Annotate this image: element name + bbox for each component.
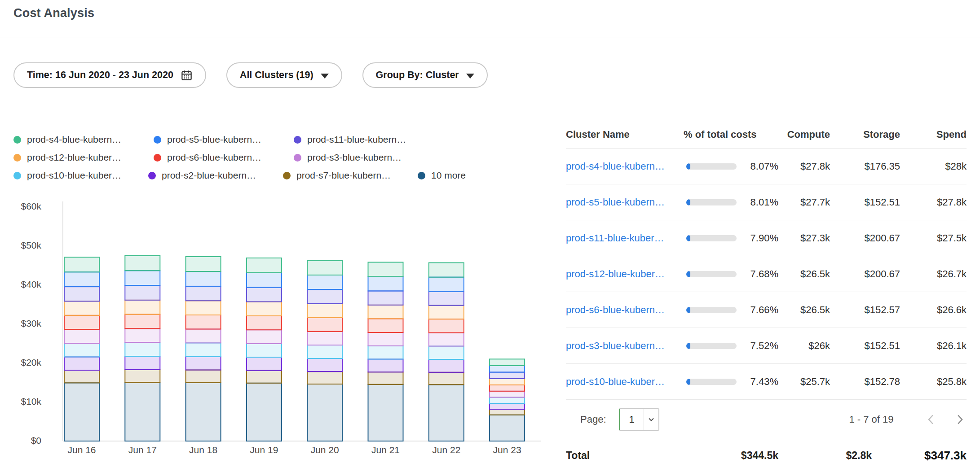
bar-segment[interactable] bbox=[429, 263, 464, 277]
bar-segment[interactable] bbox=[247, 383, 282, 441]
bar-segment[interactable] bbox=[247, 316, 282, 330]
bar-segment[interactable] bbox=[490, 409, 525, 415]
bar-segment[interactable] bbox=[247, 371, 282, 383]
prev-page-button[interactable] bbox=[924, 413, 938, 426]
bar-segment[interactable] bbox=[490, 415, 525, 441]
bar-segment[interactable] bbox=[429, 359, 464, 372]
legend-item[interactable]: prod-s11-blue-kubern… bbox=[294, 134, 434, 145]
bar-segment[interactable] bbox=[186, 370, 221, 383]
bar-segment[interactable] bbox=[247, 344, 282, 357]
bar-segment[interactable] bbox=[368, 305, 403, 319]
bar-segment[interactable] bbox=[186, 357, 221, 370]
bar-segment[interactable] bbox=[429, 291, 464, 305]
bar-segment[interactable] bbox=[64, 272, 99, 287]
time-range-filter[interactable]: Time: 16 Jun 2020 - 23 Jun 2020 bbox=[13, 62, 206, 88]
bar-segment[interactable] bbox=[368, 332, 403, 346]
bar-segment[interactable] bbox=[368, 372, 403, 385]
bar-segment[interactable] bbox=[125, 328, 160, 342]
bar-segment[interactable] bbox=[429, 385, 464, 441]
bar-segment[interactable] bbox=[125, 342, 160, 356]
bar-segment[interactable] bbox=[186, 383, 221, 441]
bar-segment[interactable] bbox=[125, 356, 160, 370]
bar-segment[interactable] bbox=[64, 287, 99, 301]
bar-segment[interactable] bbox=[490, 379, 525, 385]
bar-segment[interactable] bbox=[368, 385, 403, 441]
bar-segment[interactable] bbox=[429, 277, 464, 292]
bar-segment[interactable] bbox=[490, 366, 525, 372]
bar-segment[interactable] bbox=[186, 286, 221, 301]
bar-segment[interactable] bbox=[186, 329, 221, 343]
bar-segment[interactable] bbox=[247, 258, 282, 273]
bar-segment[interactable] bbox=[368, 262, 403, 276]
bar-segment[interactable] bbox=[247, 273, 282, 288]
bar-segment[interactable] bbox=[186, 271, 221, 286]
bar-segment[interactable] bbox=[247, 287, 282, 302]
bar-segment[interactable] bbox=[247, 357, 282, 370]
legend-item[interactable]: prod-s6-blue-kubern… bbox=[154, 152, 294, 163]
bar-segment[interactable] bbox=[429, 372, 464, 385]
page-select[interactable]: 1 bbox=[619, 408, 659, 431]
legend-item[interactable]: prod-s2-blue-kubern… bbox=[148, 170, 283, 181]
bar-segment[interactable] bbox=[186, 301, 221, 315]
bar-segment[interactable] bbox=[125, 300, 160, 315]
bar-segment[interactable] bbox=[64, 301, 99, 315]
next-page-button[interactable] bbox=[953, 413, 967, 426]
bar-segment[interactable] bbox=[490, 385, 525, 391]
bar-segment[interactable] bbox=[429, 306, 464, 319]
clusters-filter[interactable]: All Clusters (19) bbox=[226, 62, 342, 88]
cluster-name-link[interactable]: prod-s3-blue-kubern… bbox=[566, 340, 665, 351]
bar-segment[interactable] bbox=[186, 343, 221, 357]
bar-segment[interactable] bbox=[368, 291, 403, 305]
bar-segment[interactable] bbox=[307, 275, 342, 289]
bar-segment[interactable] bbox=[307, 289, 342, 304]
bar-segment[interactable] bbox=[125, 285, 160, 300]
bar-segment[interactable] bbox=[64, 315, 99, 329]
bar-segment[interactable] bbox=[125, 370, 160, 383]
bar-segment[interactable] bbox=[307, 358, 342, 371]
bar-segment[interactable] bbox=[429, 319, 464, 332]
bar-segment[interactable] bbox=[186, 257, 221, 271]
bar-segment[interactable] bbox=[307, 332, 342, 345]
bar-segment[interactable] bbox=[307, 318, 342, 332]
bar-segment[interactable] bbox=[429, 346, 464, 360]
cluster-name-link[interactable]: prod-s6-blue-kubern… bbox=[566, 304, 665, 315]
cluster-name-link[interactable]: prod-s11-blue-kuber… bbox=[566, 232, 664, 244]
group-by-filter[interactable]: Group By: Cluster bbox=[362, 62, 488, 88]
legend-item[interactable]: prod-s3-blue-kubern… bbox=[294, 152, 434, 163]
bar-segment[interactable] bbox=[247, 330, 282, 344]
bar-segment[interactable] bbox=[64, 370, 99, 383]
bar-segment[interactable] bbox=[490, 372, 525, 379]
legend-item[interactable]: prod-s7-blue-kubern… bbox=[283, 170, 418, 181]
bar-segment[interactable] bbox=[307, 384, 342, 441]
legend-item[interactable]: prod-s4-blue-kubern… bbox=[13, 134, 154, 145]
cluster-name-link[interactable]: prod-s10-blue-kuber… bbox=[566, 376, 665, 387]
bar-segment[interactable] bbox=[247, 302, 282, 316]
legend-item[interactable]: prod-s12-blue-kuber… bbox=[13, 152, 154, 163]
bar-segment[interactable] bbox=[125, 315, 160, 329]
bar-segment[interactable] bbox=[307, 260, 342, 275]
cluster-name-link[interactable]: prod-s5-blue-kubern… bbox=[566, 197, 665, 208]
bar-segment[interactable] bbox=[64, 329, 99, 343]
legend-item[interactable]: prod-s10-blue-kuber… bbox=[13, 170, 148, 181]
cluster-name-link[interactable]: prod-s4-blue-kubern… bbox=[566, 161, 665, 172]
bar-segment[interactable] bbox=[368, 359, 403, 372]
legend-item[interactable]: prod-s5-blue-kubern… bbox=[154, 134, 294, 145]
bar-segment[interactable] bbox=[307, 304, 342, 318]
bar-segment[interactable] bbox=[125, 271, 160, 285]
bar-segment[interactable] bbox=[186, 315, 221, 329]
bar-segment[interactable] bbox=[368, 346, 403, 359]
bar-segment[interactable] bbox=[368, 277, 403, 291]
bar-segment[interactable] bbox=[125, 383, 160, 441]
bar-segment[interactable] bbox=[368, 319, 403, 332]
bar-segment[interactable] bbox=[490, 391, 525, 398]
bar-segment[interactable] bbox=[64, 257, 99, 272]
bar-segment[interactable] bbox=[64, 357, 99, 371]
bar-segment[interactable] bbox=[64, 343, 99, 357]
bar-segment[interactable] bbox=[490, 403, 525, 409]
legend-item[interactable]: 10 more bbox=[418, 170, 552, 181]
bar-segment[interactable] bbox=[125, 256, 160, 271]
bar-segment[interactable] bbox=[429, 333, 464, 346]
cluster-name-link[interactable]: prod-s12-blue-kuber… bbox=[566, 268, 665, 280]
bar-segment[interactable] bbox=[307, 371, 342, 384]
bar-segment[interactable] bbox=[307, 345, 342, 358]
